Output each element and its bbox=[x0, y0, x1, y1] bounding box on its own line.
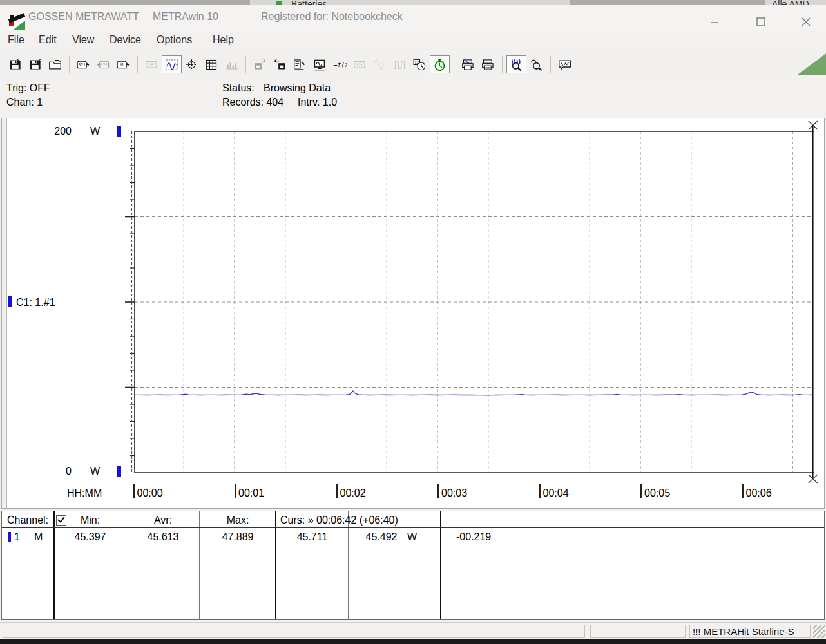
toolbar-separator bbox=[69, 56, 70, 73]
row-unit: W bbox=[407, 531, 417, 543]
channel-marker-bottom bbox=[117, 466, 121, 477]
app-title: METRAwin 10 bbox=[153, 11, 218, 23]
channel-marker-top bbox=[117, 126, 121, 137]
maximize-button[interactable] bbox=[750, 14, 772, 30]
xy-chart-view-icon bbox=[185, 59, 198, 71]
close-button[interactable] bbox=[795, 14, 817, 30]
menu-options[interactable]: Options bbox=[157, 34, 192, 46]
interval-timer-button[interactable] bbox=[430, 55, 450, 73]
numeric-display-icon: 1257 bbox=[145, 59, 158, 71]
print-preview-button[interactable] bbox=[458, 55, 478, 73]
header-cursor: Curs: » 00:06:42 (+06:40) bbox=[280, 515, 398, 526]
open-file-icon bbox=[48, 59, 62, 71]
xy-chart-view-button[interactable] bbox=[182, 55, 202, 73]
row-avr-value: 45.613 bbox=[127, 531, 199, 543]
svg-text:321: 321 bbox=[101, 62, 108, 67]
read-device-button[interactable]: 321 bbox=[73, 55, 93, 73]
menu-file[interactable]: File bbox=[8, 34, 24, 46]
registration-text: Registered for: Notebookcheck bbox=[261, 11, 403, 23]
y-axis-unit-top: W bbox=[90, 126, 100, 137]
battery-icon bbox=[276, 1, 282, 5]
minimize-button[interactable] bbox=[704, 14, 725, 30]
header-avr: Avr: bbox=[127, 515, 199, 526]
device-config-button: 321 bbox=[350, 55, 370, 73]
histogram-view-button bbox=[222, 55, 242, 73]
time-sync-button[interactable]: 12 bbox=[410, 55, 430, 73]
brand-title: GOSSEN METRAWATT bbox=[28, 11, 139, 23]
analog-trigger-icon bbox=[373, 59, 387, 71]
maximize-icon bbox=[756, 17, 765, 26]
histogram-view-icon bbox=[225, 59, 238, 71]
gossen-metrawatt-logo-icon bbox=[9, 15, 25, 30]
channel-table: Channel: Min: Avr: Max: Curs: » 00:06:42… bbox=[1, 511, 825, 620]
yt-chart[interactable] bbox=[2, 118, 824, 508]
row-cursor2-value: 45.492 bbox=[349, 531, 414, 543]
x-tick-mark bbox=[539, 484, 541, 498]
monitor-settings-button[interactable] bbox=[310, 55, 330, 73]
channel-label: C1: 1.#1 bbox=[16, 297, 55, 308]
formula-fx-button[interactable]: =f(x) bbox=[330, 55, 350, 73]
x-tick-mark bbox=[133, 484, 135, 498]
zoom-window-icon bbox=[530, 59, 543, 71]
menu-view[interactable]: View bbox=[72, 34, 94, 46]
status-value: Browsing Data bbox=[264, 82, 331, 94]
zoom-window-button[interactable] bbox=[526, 55, 546, 73]
x-tick-mark bbox=[336, 484, 338, 498]
toolbar: 321321M1257=f(x)32112 bbox=[0, 53, 826, 75]
annotation-button[interactable] bbox=[555, 55, 575, 73]
chart-panel: 200 W C1: 1.#1 0 W HH:MM 00:0000:0100:02… bbox=[1, 118, 825, 509]
row-min-value: 45.397 bbox=[55, 531, 126, 543]
export-data-icon bbox=[253, 59, 267, 71]
row-cursor1-value: 45.711 bbox=[276, 531, 348, 543]
print-icon bbox=[481, 59, 495, 71]
trigger-status: Trig: OFF bbox=[6, 82, 50, 94]
x-tick-mark bbox=[640, 484, 642, 498]
x-tick-label: 00:06 bbox=[746, 488, 772, 499]
send-to-device-button[interactable] bbox=[270, 55, 290, 73]
yt-chart-view-icon bbox=[165, 59, 178, 71]
background-text-alle-amd: Alle AMD bbox=[772, 0, 809, 5]
x-axis-format-label: HH:MM bbox=[67, 488, 102, 499]
save-file-as-icon bbox=[28, 59, 42, 71]
yt-chart-view-button[interactable] bbox=[162, 55, 182, 73]
header-max: Max: bbox=[200, 515, 275, 526]
save-file-as-button[interactable] bbox=[25, 55, 45, 73]
zoom-time-button[interactable] bbox=[506, 55, 526, 73]
statusbar-message-panel bbox=[3, 625, 585, 638]
toolbar-separator bbox=[245, 56, 246, 73]
menu-bar: FileEditViewDeviceOptionsHelp bbox=[0, 30, 826, 53]
pulse-trigger-button bbox=[390, 55, 410, 73]
x-tick-label: 00:04 bbox=[543, 488, 569, 499]
resize-grip[interactable] bbox=[813, 625, 825, 638]
x-tick-mark bbox=[235, 484, 236, 498]
metrawin-window: Batteries Alle AMD GOSSEN METRAWATT METR… bbox=[0, 0, 826, 644]
interval-timer-icon bbox=[433, 59, 447, 71]
close-icon bbox=[802, 17, 811, 26]
x-tick-label: 00:02 bbox=[340, 488, 366, 499]
x-tick-mark bbox=[742, 484, 744, 498]
interval-value: Intrv. 1.0 bbox=[298, 97, 337, 108]
menu-device[interactable]: Device bbox=[110, 34, 141, 46]
write-device-icon: 321 bbox=[97, 59, 110, 71]
open-file-button[interactable] bbox=[45, 55, 65, 73]
channel-count: Chan: 1 bbox=[6, 97, 43, 108]
menu-help[interactable]: Help bbox=[213, 34, 234, 46]
send-to-device-icon bbox=[273, 59, 287, 71]
background-text-batteries: Batteries bbox=[291, 0, 327, 5]
header-channel: Channel: bbox=[7, 515, 48, 526]
menu-edit[interactable]: Edit bbox=[39, 34, 57, 46]
toolbar-separator bbox=[454, 56, 454, 73]
device-settings-button[interactable] bbox=[290, 55, 310, 73]
status-bar: !!! METRAHit Starline-S bbox=[0, 622, 826, 639]
x-tick-label: 00:00 bbox=[137, 488, 163, 499]
zoom-time-icon bbox=[510, 59, 523, 71]
row-channel-number: 1 bbox=[14, 531, 20, 543]
print-button[interactable] bbox=[478, 55, 498, 73]
table-view-button[interactable] bbox=[202, 55, 222, 73]
read-memory-button[interactable]: M bbox=[113, 55, 133, 73]
export-data-button bbox=[250, 55, 270, 73]
save-file-button[interactable] bbox=[5, 55, 25, 73]
status-label: Status: bbox=[222, 82, 255, 94]
time-sync-icon: 12 bbox=[413, 59, 427, 71]
annotation-icon bbox=[558, 59, 571, 71]
